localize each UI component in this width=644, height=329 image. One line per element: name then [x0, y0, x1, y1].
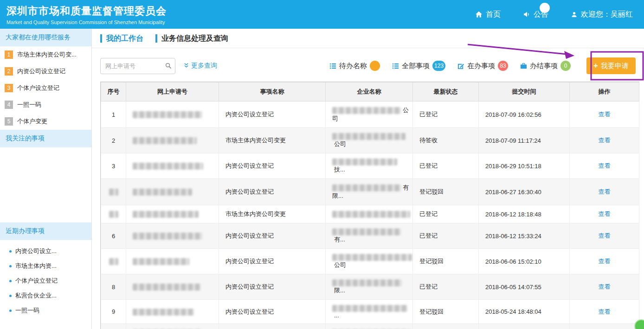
company-suffix: 公司 — [334, 140, 346, 147]
action-cell: 查看 — [570, 274, 639, 300]
company-name-cell: 公司 — [326, 249, 413, 274]
redacted-company-name — [332, 305, 407, 312]
redacted-company-name — [332, 211, 410, 218]
sidebar-item-popular-3[interactable]: 3 个体户设立登记 — [0, 80, 91, 96]
rank-badge: 4 — [5, 101, 13, 109]
stat-completed[interactable]: 办结事项 0 — [520, 61, 571, 71]
app-header: 深圳市市场和质量监督管理委员会 Market and Quality Super… — [0, 0, 644, 29]
view-link[interactable]: 查看 — [599, 308, 611, 315]
view-link[interactable]: 查看 — [599, 283, 611, 290]
service-label: 内资公司设立登记 — [17, 67, 65, 76]
col-header-company-name: 企业名称 — [326, 82, 413, 101]
application-number-cell — [126, 274, 219, 300]
view-link[interactable]: 查看 — [599, 188, 611, 195]
application-number-cell — [126, 249, 219, 274]
sidebar-item-popular-4[interactable]: 4 一照一码 — [0, 96, 91, 113]
item-name-cell: 市场主体内资公司变更 — [219, 205, 326, 223]
table-row: 9 内资公司设立登记 ... 登记驳回 2018-05-24 18:48:04 … — [101, 300, 639, 324]
redacted-application-number — [133, 111, 202, 118]
search-icon[interactable] — [165, 62, 172, 69]
home-icon — [475, 11, 483, 18]
col-header-status: 最新状态 — [413, 82, 479, 101]
action-cell: 查看 — [570, 249, 639, 274]
tab-business-query[interactable]: 业务信息处理及查询 — [155, 34, 228, 43]
item-name-cell: 内资公司设立登记 — [219, 153, 326, 179]
submit-time-cell: 2018-06-06 15:02:10 — [479, 249, 570, 274]
table-body: 1 内资公司设立登记 公司 已登记 2018-07-09 16:02:56 查看… — [101, 101, 639, 329]
table-row: 内资公司设立登记 公司 登记驳回 2018-06-06 15:02:10 查看 — [101, 249, 639, 274]
search-box — [100, 58, 175, 74]
page: 深圳市市场和质量监督管理委员会 Market and Quality Super… — [0, 0, 644, 329]
redacted-application-number — [133, 309, 194, 316]
more-query-link[interactable]: 更多查询 — [184, 62, 217, 70]
stat-todo[interactable]: 待办名称 — [329, 61, 380, 71]
submit-time-cell: 2018-07-09 11:17:24 — [479, 128, 570, 153]
application-number-cell — [126, 223, 219, 249]
redacted-application-number — [133, 233, 202, 240]
redacted-application-number — [133, 189, 192, 196]
sidebar-item-recent-2[interactable]: 市场主体内资... — [0, 259, 91, 273]
records-table-wrap: 序号 网上申请号 事项名称 企业名称 最新状态 提交时间 操作 1 内资公司设立… — [100, 82, 639, 329]
view-link[interactable]: 查看 — [599, 162, 611, 169]
table-row: 内资公司设立登记 有限... 登记驳回 2018-06-27 16:30:40 … — [101, 179, 639, 205]
bullet-icon — [9, 250, 12, 253]
sidebar-item-recent-1[interactable]: 内资公司设立... — [0, 244, 91, 259]
sidebar-item-recent-4[interactable]: 私营合伙企业... — [0, 288, 91, 303]
tab-workbench[interactable]: 我的工作台 — [100, 34, 143, 43]
view-link[interactable]: 查看 — [599, 258, 611, 265]
item-name-cell: 内资公司设立登记 — [219, 274, 326, 300]
rank-badge: 5 — [5, 117, 13, 126]
company-suffix: ... — [334, 312, 339, 319]
submit-time-cell: 2018-06-27 16:30:40 — [479, 179, 570, 205]
action-cell: 查看 — [570, 128, 639, 153]
status-cell: 已登记 — [413, 101, 479, 128]
stat-badge: 123 — [432, 61, 445, 71]
stat-label: 办结事项 — [530, 62, 558, 70]
redacted-row-number — [109, 258, 118, 265]
view-link[interactable]: 查看 — [599, 137, 611, 144]
sidebar-item-recent-3[interactable]: 个体户设立登记 — [0, 273, 91, 288]
rank-badge: 2 — [5, 67, 13, 76]
stat-all[interactable]: 全部事项 123 — [392, 61, 445, 71]
table-header-row: 序号 网上申请号 事项名称 企业名称 最新状态 提交时间 操作 — [101, 82, 639, 101]
sidebar-item-popular-5[interactable]: 5 个体户变更 — [0, 113, 91, 130]
submit-time-cell: 2018-06-12 18:18:48 — [479, 205, 570, 223]
view-link[interactable]: 查看 — [599, 232, 611, 239]
stat-badge: 0 — [560, 61, 571, 71]
sidebar-item-popular-2[interactable]: 2 内资公司设立登记 — [0, 63, 91, 80]
company-name-cell: 公司 — [326, 128, 413, 153]
stat-in-progress[interactable]: 在办事项 83 — [457, 61, 508, 71]
redacted-application-number — [133, 258, 189, 265]
company-suffix: 限... — [334, 287, 345, 294]
main-content: 我的工作台 业务信息处理及查询 更多查询 — [92, 29, 644, 329]
table-row: 3 内资公司设立登记 技... 已登记 2018-06-29 10:51:18 … — [101, 153, 639, 179]
search-input[interactable] — [100, 58, 175, 74]
action-cell: 查看 — [570, 153, 639, 179]
recent-label: 一照一码 — [15, 306, 39, 315]
view-link[interactable]: 查看 — [599, 111, 611, 118]
application-number-cell — [126, 153, 219, 179]
service-label: 一照一码 — [17, 101, 41, 109]
redacted-company-name — [332, 133, 406, 140]
site-subtitle: Market and Quality Supervision Commissio… — [6, 19, 167, 25]
rank-badge: 3 — [5, 84, 13, 92]
site-title: 深圳市市场和质量监督管理委员会 — [6, 4, 167, 18]
apply-button[interactable]: + 我要申请 — [586, 57, 636, 74]
tab-business-label: 业务信息处理及查询 — [161, 34, 228, 42]
apply-button-label: 我要申请 — [601, 62, 629, 70]
user-welcome[interactable]: 欢迎您：吴丽红 — [571, 10, 633, 19]
table-row: 1 内资公司设立登记 公司 已登记 2018-07-09 16:02:56 查看 — [101, 101, 639, 128]
row-number-cell — [101, 205, 126, 223]
row-number-cell — [101, 249, 126, 274]
sidebar-item-popular-1[interactable]: 1 市场主体内资公司变... — [0, 46, 91, 63]
sidebar-item-recent-5[interactable]: 一照一码 — [0, 303, 91, 318]
view-link[interactable]: 查看 — [599, 210, 611, 217]
application-number-cell — [126, 205, 219, 223]
redacted-company-name — [332, 279, 402, 286]
more-query-label: 更多查询 — [191, 62, 217, 70]
redacted-company-name — [332, 184, 401, 191]
nav-home[interactable]: 首页 — [475, 10, 501, 19]
action-cell: 查看 — [570, 300, 639, 324]
status-cell: 已登记 — [413, 274, 479, 300]
toolbar: 更多查询 待办名称 全部事项 123 — [92, 48, 644, 82]
